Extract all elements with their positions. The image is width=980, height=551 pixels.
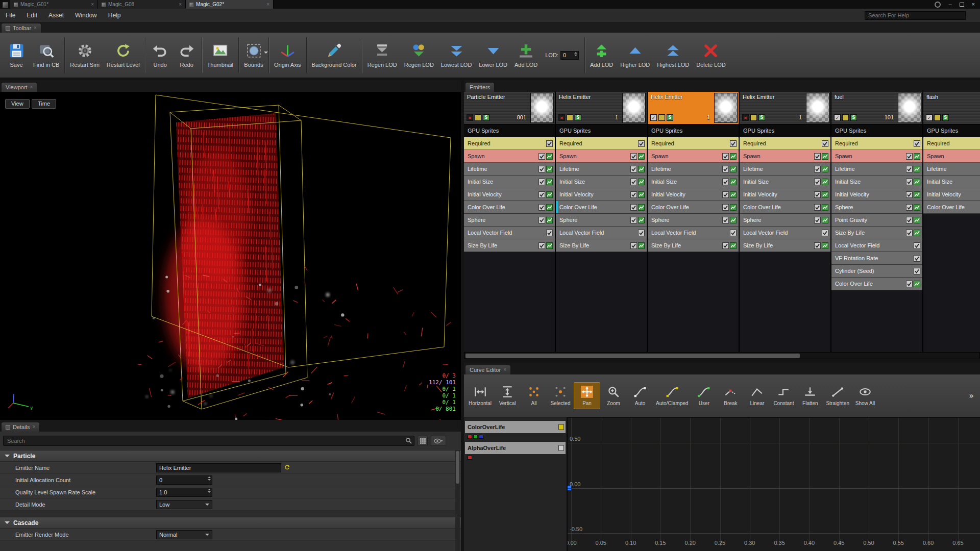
emitter-solo-icon[interactable]: S <box>667 114 673 121</box>
curve-channel-swatch[interactable] <box>468 456 472 460</box>
module-local-vector-field[interactable]: Local Vector Field <box>740 227 830 239</box>
emitter-column-flash[interactable]: flash✓SGPU SpritesRequiredSpawnLifetimeI… <box>923 92 980 352</box>
module-local-vector-field[interactable]: Local Vector Field <box>831 239 922 252</box>
window-tab-magic-g08[interactable]: Magic_G08× <box>98 0 186 9</box>
curve-channel-swatch[interactable] <box>479 435 483 439</box>
emitter-solo-icon[interactable]: S <box>942 114 949 121</box>
module-lifetime[interactable]: Lifetime <box>464 163 555 176</box>
menu-help[interactable]: Help <box>103 12 127 19</box>
selected-button[interactable]: Selected <box>547 382 574 409</box>
module-size-by-life[interactable]: Size By Life <box>464 239 555 252</box>
add-lod-button[interactable]: Add LOD <box>511 40 541 70</box>
emitter-enabled-checkbox[interactable]: ✓ <box>834 114 841 121</box>
module-point-gravity[interactable]: Point Gravity <box>831 214 922 227</box>
emitter-header[interactable]: flash✓S <box>923 92 980 124</box>
window-tab-magic-g02[interactable]: Magic_G02*× <box>186 0 274 9</box>
section-header-cascade[interactable]: Cascade <box>0 517 461 529</box>
emitter-enabled-checkbox[interactable]: × <box>558 114 565 121</box>
emitter-header[interactable]: Particle Emitter×S801 <box>464 92 555 124</box>
module-lifetime[interactable]: Lifetime <box>831 163 922 176</box>
user-button[interactable]: User <box>691 382 717 409</box>
emitter-burst-icon[interactable] <box>842 114 849 121</box>
curve-track-visibility-toggle[interactable] <box>558 445 564 451</box>
higher-lod-button[interactable]: Higher LOD <box>617 40 653 70</box>
emitter-solo-icon[interactable]: S <box>483 114 489 121</box>
break-button[interactable]: Break <box>717 382 744 409</box>
module-spawn[interactable]: Spawn <box>556 150 647 163</box>
auto-clamped-button[interactable]: Auto/Clamped <box>653 382 691 409</box>
emitter-solo-icon[interactable]: S <box>850 114 857 121</box>
scrollbar-thumb[interactable] <box>465 354 800 358</box>
module-spawn[interactable]: Spawn <box>923 150 980 163</box>
emitter-enabled-checkbox[interactable]: × <box>742 114 749 121</box>
help-search-input[interactable] <box>865 11 966 20</box>
curve-track-visibility-toggle[interactable] <box>558 424 564 430</box>
spinner-arrows-icon[interactable] <box>574 52 577 56</box>
chevron-down-icon[interactable] <box>264 52 268 56</box>
module-lifetime[interactable]: Lifetime <box>740 163 830 176</box>
module-size-by-life[interactable]: Size By Life <box>831 227 922 239</box>
module-gpu-sprites[interactable]: GPU Sprites <box>831 124 922 137</box>
emitter-header[interactable]: Helix Emitter✓S1 <box>648 92 739 124</box>
module-sphere[interactable]: Sphere <box>740 214 830 227</box>
emitter-solo-icon[interactable]: S <box>758 114 765 121</box>
horizontal-button[interactable]: Horizontal <box>466 382 494 409</box>
module-size-by-life[interactable]: Size By Life <box>740 239 830 252</box>
close-icon[interactable]: × <box>503 367 506 372</box>
module-lifetime[interactable]: Lifetime <box>648 163 739 176</box>
emitter-burst-icon[interactable] <box>658 114 665 121</box>
emitter-column-helix-emitter[interactable]: Helix Emitter✓S1GPU SpritesRequiredSpawn… <box>648 92 739 352</box>
background-color-button[interactable]: Background Color <box>308 40 360 70</box>
all-button[interactable]: All <box>521 382 547 409</box>
emitter-header[interactable]: Helix Emitter×S1 <box>740 92 830 124</box>
maximize-button[interactable] <box>960 3 964 7</box>
module-sphere[interactable]: Sphere <box>464 214 555 227</box>
module-local-vector-field[interactable]: Local Vector Field <box>464 227 555 239</box>
emitter-enabled-checkbox[interactable]: × <box>467 114 473 121</box>
module-initial-size[interactable]: Initial Size <box>464 176 555 188</box>
initial-allocation-count-spinner[interactable]: 0 <box>156 475 212 485</box>
lod-value-field[interactable]: 0 <box>560 51 579 60</box>
module-local-vector-field[interactable]: Local Vector Field <box>648 227 739 239</box>
time-button[interactable]: Time <box>32 99 56 109</box>
auto-button[interactable]: Auto <box>627 382 653 409</box>
emitter-render-mode-dropdown[interactable]: Normal <box>156 530 212 539</box>
curve-track-alphaoverlife[interactable]: AlphaOverLife <box>464 442 567 463</box>
scrollbar-thumb[interactable] <box>456 451 459 484</box>
vertical-button[interactable]: Vertical <box>494 382 521 409</box>
origin-axis-button[interactable]: Origin Axis <box>271 40 305 70</box>
module-gpu-sprites[interactable]: GPU Sprites <box>464 124 555 137</box>
constant-button[interactable]: Constant <box>770 382 797 409</box>
close-icon[interactable]: × <box>34 26 37 31</box>
close-icon[interactable]: × <box>179 2 182 7</box>
emitter-burst-icon[interactable] <box>567 114 573 121</box>
module-spawn[interactable]: Spawn <box>648 150 739 163</box>
curve-track-label-bar[interactable]: ColorOverLife <box>465 421 566 433</box>
module-gpu-sprites[interactable]: GPU Sprites <box>556 124 647 137</box>
curve-track-coloroverlife[interactable]: ColorOverLife <box>464 421 567 442</box>
module-cylinder-seed[interactable]: Cylinder (Seed) <box>831 265 922 278</box>
emitter-header[interactable]: Helix Emitter×S1 <box>556 92 647 124</box>
linear-button[interactable]: Linear <box>744 382 770 409</box>
viewport-3d-render[interactable]: y <box>0 92 461 420</box>
zoom-button[interactable]: Zoom <box>600 382 627 409</box>
find-in-cb-button[interactable]: Find in CB <box>30 40 63 70</box>
module-gpu-sprites[interactable]: GPU Sprites <box>923 124 980 137</box>
menu-edit[interactable]: Edit <box>21 12 43 19</box>
highest-lod-button[interactable]: Highest LOD <box>653 40 693 70</box>
close-icon[interactable]: × <box>30 85 33 90</box>
module-color-over-life[interactable]: Color Over Life <box>740 201 830 214</box>
module-initial-velocity[interactable]: Initial Velocity <box>556 188 647 201</box>
emitter-burst-icon[interactable] <box>475 114 481 121</box>
detail-mode-dropdown[interactable]: Low <box>156 500 212 509</box>
pan-button[interactable]: Pan <box>574 382 600 409</box>
module-size-by-life[interactable]: Size By Life <box>556 239 647 252</box>
save-button[interactable]: Save <box>3 40 30 70</box>
module-size-by-life[interactable]: Size By Life <box>648 239 739 252</box>
show-all-button[interactable]: Show All <box>852 382 878 409</box>
module-spawn[interactable]: Spawn <box>831 150 922 163</box>
window-tab-magic-g01[interactable]: Magic_G01*× <box>10 0 98 9</box>
module-spawn[interactable]: Spawn <box>740 150 830 163</box>
curve-channel-swatch[interactable] <box>468 435 472 439</box>
toolbar-overflow-button[interactable]: » <box>969 391 978 400</box>
